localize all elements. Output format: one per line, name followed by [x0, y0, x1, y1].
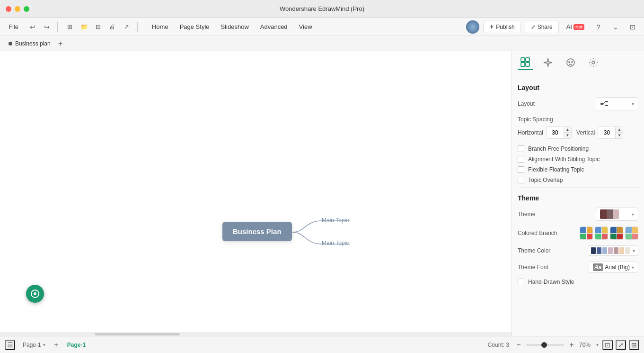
horizontal-spacing-item: Horizontal ▲ ▼ — [518, 127, 572, 139]
zoom-in-button[interactable]: + — [566, 339, 577, 351]
share-button[interactable]: ⤢ Share — [525, 21, 559, 33]
vertical-value-input[interactable] — [598, 128, 615, 137]
slideshow-menu[interactable]: Slideshow — [215, 21, 255, 33]
theme-font-select[interactable]: Aa Arial (Big) ▾ — [589, 262, 638, 273]
file-menu[interactable]: File — [5, 21, 22, 32]
font-chevron: ▾ — [632, 265, 634, 270]
branch-free-positioning-checkbox[interactable] — [518, 145, 524, 152]
topic-1-label: Main Topic — [322, 217, 349, 224]
horizontal-down-btn[interactable]: ▼ — [564, 133, 571, 138]
theme-color-label: Theme Color — [518, 247, 550, 254]
active-page-tab[interactable]: Page-1 — [63, 340, 89, 350]
svg-rect-14 — [605, 101, 608, 102]
titlebar: Wondershare EdrawMind (Pro) — [0, 0, 644, 18]
layout-select[interactable]: ▾ — [596, 97, 638, 110]
sidebar-toggle-button[interactable]: ☰ — [5, 340, 15, 350]
branch-option-2[interactable] — [595, 226, 608, 240]
help-button[interactable]: ? — [592, 20, 605, 34]
theme-section-header: Theme — [518, 194, 638, 202]
color-dot-6 — [619, 247, 624, 254]
vertical-up-btn[interactable]: ▲ — [615, 127, 623, 133]
swatch-dark — [600, 209, 607, 219]
central-node-label: Business Plan — [233, 227, 282, 235]
branch-free-positioning-label: Branch Free Positioning — [528, 145, 589, 152]
expand-button[interactable]: ⤢ — [616, 340, 626, 350]
document-tab[interactable]: Business plan — [4, 38, 55, 49]
minimize-traffic-light[interactable] — [15, 6, 20, 12]
view-menu[interactable]: View — [293, 21, 318, 33]
home-menu[interactable]: Home — [146, 21, 174, 33]
user-avatar[interactable] — [466, 20, 479, 34]
more-button[interactable]: ⌄ — [609, 20, 622, 34]
svg-line-17 — [603, 104, 605, 106]
hot-badge: Hot — [573, 24, 584, 30]
template-button[interactable]: ⊟ — [92, 20, 105, 34]
zoom-out-button[interactable]: − — [513, 339, 524, 351]
float-action-button[interactable] — [26, 285, 44, 303]
theme-row: Theme ▾ — [518, 208, 638, 221]
print-button[interactable]: 🖨 — [106, 20, 119, 34]
node-count: Count: 3 — [488, 342, 509, 348]
new-tab-button[interactable]: + — [55, 38, 66, 49]
theme-select[interactable]: ▾ — [596, 208, 638, 221]
svg-rect-13 — [600, 103, 603, 105]
layout-row: Layout ▾ — [518, 97, 638, 110]
ai-button[interactable]: AI Hot — [563, 21, 588, 32]
page-navigation: Page-1 ▾ + Page-1 — [19, 340, 89, 350]
color-dot-1 — [591, 247, 596, 254]
branch-option-4[interactable] — [625, 226, 638, 240]
flexible-floating-checkbox[interactable] — [518, 166, 524, 173]
zoom-value: 70% — [579, 342, 594, 348]
branch-option-1[interactable] — [580, 226, 593, 240]
sidebar-tab-settings[interactable] — [586, 55, 601, 70]
page-style-menu[interactable]: Page Style — [174, 21, 215, 33]
sidebar-tab-layout[interactable] — [518, 55, 533, 70]
sidebar-tab-sparkle[interactable] — [540, 55, 556, 70]
vertical-down-btn[interactable]: ▼ — [615, 133, 623, 138]
central-node[interactable]: Business Plan — [222, 222, 292, 241]
undo-button[interactable]: ↩ — [26, 20, 39, 34]
theme-color-select[interactable]: ▾ — [588, 245, 638, 256]
zoom-slider[interactable] — [526, 344, 564, 346]
hand-drawn-checkbox[interactable] — [518, 279, 524, 285]
topic-2[interactable]: Main Topic — [322, 240, 349, 246]
sidebar-icon-tabs — [512, 51, 644, 74]
canvas[interactable]: Business Plan Main Topic Main Topic — [0, 51, 512, 336]
panel-button[interactable]: ⊞ — [629, 340, 639, 350]
topic-1[interactable]: Main Topic — [322, 217, 349, 224]
color-dot-7 — [625, 247, 630, 254]
alignment-sibling-row: Alignment With Sibling Topic — [518, 156, 638, 163]
maximize-traffic-light[interactable] — [24, 6, 29, 12]
traffic-lights — [6, 6, 29, 12]
share-label: Share — [538, 24, 553, 30]
alignment-sibling-checkbox[interactable] — [518, 156, 524, 163]
close-traffic-light[interactable] — [6, 6, 11, 12]
horizontal-scrollbar[interactable] — [0, 332, 512, 336]
vertical-spacing-item: Vertical ▲ ▼ — [576, 127, 623, 139]
checkboxes-group: Branch Free Positioning Alignment With S… — [518, 145, 638, 183]
topic-overlap-checkbox[interactable] — [518, 177, 524, 183]
toolbar-group-history: ↩ ↪ — [26, 20, 53, 34]
svg-point-0 — [466, 20, 479, 34]
zoom-controls: − + 70% ▾ — [513, 339, 599, 351]
flexible-floating-row: Flexible Floating Topic — [518, 166, 638, 173]
fit-page-button[interactable]: ⊡ — [602, 340, 613, 350]
horizontal-value-input[interactable] — [547, 128, 564, 137]
ai-label: AI — [566, 23, 572, 30]
branch-options — [580, 226, 638, 240]
export-button[interactable]: ↗ — [120, 20, 133, 34]
page-tab-1-label: Page-1 — [23, 342, 41, 348]
publish-button[interactable]: ✈ Publish — [483, 21, 520, 33]
redo-button[interactable]: ↪ — [40, 20, 53, 34]
open-button[interactable]: 📁 — [78, 20, 91, 34]
theme-font-label: Theme Font — [518, 264, 548, 271]
fullscreen-button[interactable]: ⊡ — [626, 20, 639, 34]
sidebar-tab-face[interactable] — [563, 55, 578, 70]
advanced-menu[interactable]: Advanced — [255, 21, 293, 33]
page-tab-1[interactable]: Page-1 ▾ — [19, 340, 49, 350]
add-page-button[interactable]: + — [51, 340, 62, 350]
tabbar: Business plan + — [0, 36, 644, 51]
branch-option-3[interactable] — [610, 226, 623, 240]
new-button[interactable]: ⊞ — [63, 20, 77, 34]
horizontal-up-btn[interactable]: ▲ — [564, 127, 571, 133]
